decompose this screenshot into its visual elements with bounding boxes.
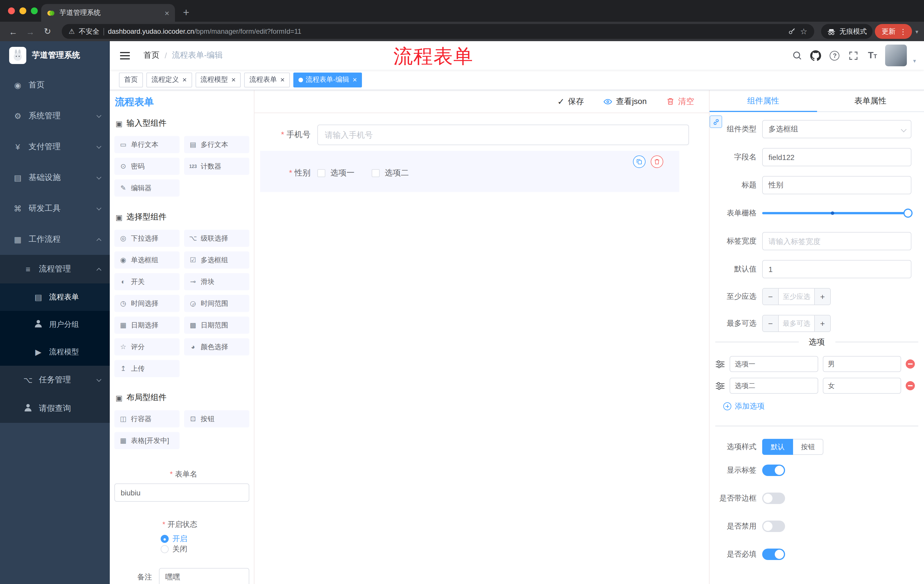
search-icon[interactable] [791, 49, 804, 62]
add-option-button[interactable]: 添加选项 [723, 401, 924, 412]
palette-item-rate[interactable]: ☆评分 [114, 338, 180, 355]
view-json-button[interactable]: 查看json [604, 96, 647, 107]
minus-button[interactable]: − [763, 289, 779, 304]
palette-item-button[interactable]: ⊡按钮 [184, 410, 249, 428]
palette-item-row-container[interactable]: ◫行容器 [114, 410, 180, 428]
palette-item-upload[interactable]: ↥上传 [114, 360, 180, 377]
component-type-select[interactable]: 多选框组 [762, 120, 911, 138]
bookmark-star-icon[interactable]: ☆ [800, 27, 807, 36]
palette-item-single-text[interactable]: ▭单行文本 [114, 136, 180, 153]
sidebar-item-workflow[interactable]: ▦ 工作流程 [0, 224, 110, 255]
browser-menu-icon[interactable]: ⋮ [899, 27, 907, 36]
forward-icon[interactable]: → [23, 26, 38, 36]
copy-component-button[interactable] [633, 155, 645, 168]
palette-item-select[interactable]: ◎下拉选择 [114, 230, 180, 247]
min-select-stepper[interactable]: − 至少应选 + [762, 288, 831, 305]
palette-item-switch[interactable]: ◐开关 [114, 273, 180, 290]
minimize-window-button[interactable] [20, 7, 26, 14]
option-label-input[interactable] [729, 378, 818, 394]
status-off-radio[interactable]: 关闭 [160, 544, 187, 554]
gender-option-1-checkbox[interactable]: 选项一 [317, 168, 355, 178]
tab-form-props[interactable]: 表单属性 [817, 90, 924, 112]
form-remark-textarea[interactable]: 嘿嘿 [159, 568, 249, 584]
remove-option-icon[interactable] [906, 359, 915, 368]
sidebar-item-infra[interactable]: ▤ 基础设施 [0, 162, 110, 193]
tag-home[interactable]: 首页 [119, 72, 143, 87]
palette-item-radio-group[interactable]: ◉单选框组 [114, 252, 180, 268]
option-label-input[interactable] [729, 356, 818, 372]
browser-tab[interactable]: 芋道管理系统 × [41, 4, 175, 22]
sidebar-item-user-group[interactable]: 用户分组 [0, 311, 110, 338]
address-bar[interactable]: ⚠ 不安全 dashboard.yudao.iocoder.cn/bpm/man… [62, 24, 814, 39]
clear-button[interactable]: 清空 [666, 96, 694, 107]
close-icon[interactable]: × [182, 76, 187, 84]
tag-process-form[interactable]: 流程表单 × [244, 72, 290, 87]
sidebar-item-home[interactable]: ◉ 首页 [0, 70, 110, 100]
palette-item-counter[interactable]: 123计数器 [184, 158, 249, 175]
status-on-radio[interactable]: 开启 [160, 534, 187, 544]
tab-component-props[interactable]: 组件属性 [710, 90, 817, 112]
show-label-switch[interactable] [762, 465, 785, 476]
tag-process-definition[interactable]: 流程定义 × [146, 72, 192, 87]
option-value-input[interactable] [823, 356, 901, 372]
minus-button[interactable]: − [763, 316, 779, 331]
max-select-stepper[interactable]: − 最多可选 + [762, 315, 831, 332]
sidebar-item-process-mgmt[interactable]: ≡ 流程管理 [0, 255, 110, 283]
palette-item-editor[interactable]: ✎编辑器 [114, 179, 180, 197]
avatar[interactable] [885, 44, 907, 66]
font-size-icon[interactable]: TT [866, 49, 879, 62]
title-input[interactable] [762, 176, 911, 194]
reload-icon[interactable]: ↻ [40, 26, 55, 36]
style-default-button[interactable]: 默认 [762, 439, 793, 455]
sidebar-item-devtools[interactable]: ⌘ 研发工具 [0, 193, 110, 224]
default-value-input[interactable] [762, 260, 911, 278]
palette-item-date-picker[interactable]: ▦日期选择 [114, 317, 180, 334]
plus-button[interactable]: + [814, 289, 830, 304]
palette-item-textarea[interactable]: ▤多行文本 [184, 136, 249, 153]
sidebar-item-process-form[interactable]: ▤ 流程表单 [0, 283, 110, 311]
option-value-input[interactable] [823, 378, 901, 394]
selected-gender-component[interactable]: 性别 选项一 选项二 [260, 151, 679, 192]
link-icon[interactable] [710, 115, 722, 128]
zoom-window-button[interactable] [31, 7, 38, 14]
delete-component-button[interactable] [651, 155, 663, 168]
tag-process-model[interactable]: 流程模型 × [195, 72, 241, 87]
sidebar-item-task-mgmt[interactable]: ⌥ 任务管理 [0, 366, 110, 394]
toolbar-caret-icon[interactable]: ▾ [916, 28, 918, 35]
sidebar-item-process-model[interactable]: ▶ 流程模型 [0, 338, 110, 366]
plus-button[interactable]: + [814, 316, 830, 331]
close-window-button[interactable] [8, 7, 15, 14]
form-grid-slider[interactable] [762, 204, 911, 222]
palette-item-time-picker[interactable]: ◷时间选择 [114, 295, 180, 312]
menu-fold-icon[interactable] [120, 52, 130, 59]
help-icon[interactable]: ? [828, 49, 841, 62]
breadcrumb-home[interactable]: 首页 [144, 50, 160, 61]
github-icon[interactable] [810, 49, 822, 62]
field-name-input[interactable] [762, 148, 911, 166]
phone-input[interactable] [317, 125, 689, 145]
required-switch[interactable] [762, 549, 785, 560]
form-canvas[interactable]: 手机号 [254, 113, 709, 584]
update-chrome-button[interactable]: 更新 ⋮ [875, 24, 912, 39]
form-name-input[interactable] [114, 484, 249, 502]
close-icon[interactable]: × [280, 76, 284, 84]
label-width-input[interactable] [762, 232, 911, 250]
close-icon[interactable]: × [231, 76, 236, 84]
disabled-switch[interactable] [762, 521, 785, 532]
palette-item-color-picker[interactable]: ◕颜色选择 [184, 338, 249, 355]
back-icon[interactable]: ← [6, 26, 21, 36]
palette-item-time-range[interactable]: ◶时间范围 [184, 295, 249, 312]
gender-option-2-checkbox[interactable]: 选项二 [372, 168, 409, 178]
passwords-key-icon[interactable] [788, 28, 796, 35]
palette-item-slider[interactable]: ⊸滑块 [184, 273, 249, 290]
remove-option-icon[interactable] [906, 381, 915, 390]
sidebar-item-payment[interactable]: ¥ 支付管理 [0, 132, 110, 162]
close-icon[interactable]: × [353, 76, 357, 84]
drag-handle-icon[interactable] [715, 359, 725, 369]
save-button[interactable]: ✓ 保存 [557, 96, 584, 107]
sidebar-item-system[interactable]: ⚙ 系统管理 [0, 100, 110, 132]
slider-handle[interactable] [903, 209, 912, 218]
phone-field[interactable]: 手机号 [254, 125, 689, 145]
palette-item-password[interactable]: ⊙密码 [114, 158, 180, 175]
fullscreen-icon[interactable] [847, 49, 860, 62]
